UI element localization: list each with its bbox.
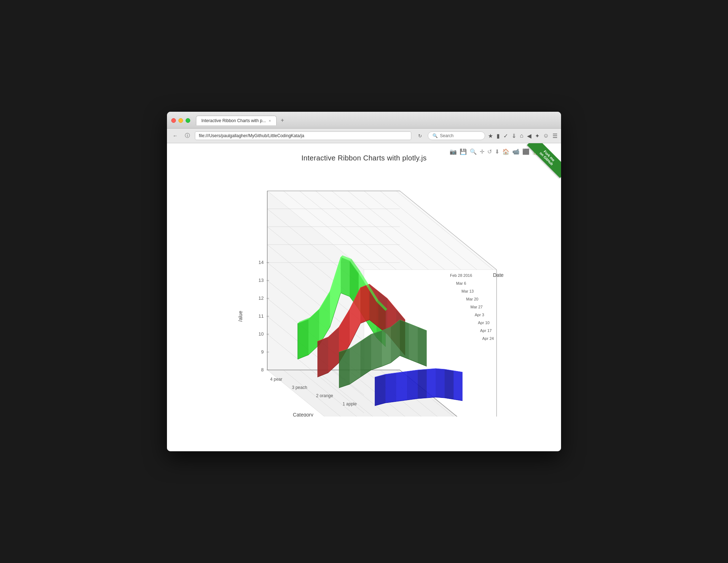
info-button[interactable]: ⓘ xyxy=(183,131,192,140)
svg-marker-78 xyxy=(418,369,427,399)
x-tick-peach: 3 peach xyxy=(292,385,307,390)
z-tick-apr10: Apr 10 xyxy=(478,321,489,325)
svg-marker-67 xyxy=(360,334,371,377)
search-label: Search xyxy=(440,133,454,138)
back-icon: ← xyxy=(173,133,178,139)
y-tick-14: 14 xyxy=(259,260,264,265)
search-icon: 🔍 xyxy=(432,133,438,138)
save-icon[interactable]: 💾 xyxy=(460,148,467,155)
y-tick-8: 8 xyxy=(261,367,264,372)
pan-icon[interactable]: ✛ xyxy=(480,148,484,155)
refresh-button[interactable]: ↻ xyxy=(416,131,425,140)
svg-marker-56 xyxy=(317,337,328,377)
refresh-icon: ↻ xyxy=(418,133,422,139)
svg-marker-74 xyxy=(375,374,385,406)
svg-marker-69 xyxy=(382,327,391,366)
svg-marker-79 xyxy=(427,369,436,398)
z-axis-label: Date xyxy=(493,272,504,278)
svg-marker-49 xyxy=(341,257,350,297)
svg-marker-72 xyxy=(409,323,418,363)
tab-close-icon[interactable]: × xyxy=(269,119,271,123)
search-box[interactable]: 🔍 Search xyxy=(428,131,485,140)
zoom-icon[interactable]: 🔍 xyxy=(470,148,477,155)
z-tick-feb28: Feb 28 2016 xyxy=(450,273,472,278)
svg-marker-66 xyxy=(350,341,360,384)
svg-marker-77 xyxy=(407,370,418,400)
z-tick-apr3: Apr 3 xyxy=(475,313,484,317)
turntable-icon[interactable]: ⬇ xyxy=(495,148,499,155)
url-text: file:///Users/paulgallagher/MyGithub/Lit… xyxy=(199,133,407,138)
y-tick-10: 10 xyxy=(259,331,264,337)
y-axis-label: /alue xyxy=(238,311,243,322)
reader-icon[interactable]: ▮ xyxy=(497,133,500,139)
address-bar: ← ⓘ file:///Users/paulgallagher/MyGithub… xyxy=(167,129,561,143)
svg-marker-80 xyxy=(436,369,445,398)
url-bar[interactable]: file:///Users/paulgallagher/MyGithub/Lit… xyxy=(195,131,411,140)
svg-marker-82 xyxy=(454,371,463,401)
x-tick-pear: 4 pear xyxy=(270,377,282,382)
chart-container[interactable]: 8 9 10 11 12 13 14 /alue xyxy=(221,166,507,417)
tab-bar: Interactive Ribbon Charts with p... × + xyxy=(196,115,288,125)
bookmark-icon[interactable]: ★ xyxy=(488,133,493,139)
video-icon[interactable]: 📹 xyxy=(512,148,519,155)
maximize-button[interactable] xyxy=(186,118,190,123)
home-icon[interactable]: ⌂ xyxy=(520,133,523,139)
svg-marker-60 xyxy=(360,284,369,323)
svg-marker-75 xyxy=(385,373,396,403)
z-tick-mar27: Mar 27 xyxy=(470,305,483,309)
svg-marker-81 xyxy=(445,369,454,399)
title-bar: Interactive Ribbon Charts with p... × + xyxy=(167,112,561,129)
ribbon-chart-svg: 8 9 10 11 12 13 14 /alue xyxy=(221,166,507,417)
svg-marker-70 xyxy=(391,320,400,363)
camera-icon[interactable]: 📷 xyxy=(450,148,457,155)
svg-marker-71 xyxy=(400,320,409,359)
y-tick-9: 9 xyxy=(261,349,264,355)
browser-window: Interactive Ribbon Charts with p... × + … xyxy=(167,112,561,451)
extension-icon[interactable]: ✦ xyxy=(535,133,540,139)
svg-marker-62 xyxy=(378,291,387,334)
svg-marker-65 xyxy=(339,348,350,388)
y-tick-11: 11 xyxy=(259,313,264,319)
x-axis-label: Category xyxy=(293,412,313,417)
download-icon[interactable]: ⇓ xyxy=(512,133,516,139)
pocket-icon[interactable]: ✓ xyxy=(503,133,508,139)
z-tick-mar6: Mar 6 xyxy=(456,281,466,285)
z-tick-apr24: Apr 24 xyxy=(482,336,494,341)
orbit-icon[interactable]: ↺ xyxy=(487,148,492,155)
y-tick-13: 13 xyxy=(259,278,264,283)
x-tick-orange: 2 orange xyxy=(316,393,333,398)
svg-marker-68 xyxy=(371,331,382,370)
z-tick-mar20: Mar 20 xyxy=(466,297,478,301)
y-tick-12: 12 xyxy=(259,295,264,301)
z-tick-apr17: Apr 17 xyxy=(480,328,492,333)
share-icon[interactable]: ◀ xyxy=(527,133,531,139)
menu-icon[interactable]: ☰ xyxy=(552,133,557,139)
info-icon: ⓘ xyxy=(185,133,190,139)
browser-toolbar-icons: ★ ▮ ✓ ⇓ ⌂ ◀ ✦ ☺ ☰ xyxy=(488,133,557,139)
content-area: 📷 💾 🔍 ✛ ↺ ⬇ 🏠 📹 ⬛ 📊 Fork me on GitHub In… xyxy=(167,143,561,451)
close-button[interactable] xyxy=(171,118,176,123)
github-ribbon[interactable]: Fork me on GitHub xyxy=(525,143,561,179)
traffic-lights xyxy=(171,118,190,123)
svg-marker-73 xyxy=(418,327,427,366)
svg-marker-45 xyxy=(298,319,308,359)
github-ribbon-label: Fork me on GitHub xyxy=(527,143,561,178)
tab-title: Interactive Ribbon Charts with p... xyxy=(201,118,266,123)
back-button[interactable]: ← xyxy=(171,131,180,140)
new-tab-button[interactable]: + xyxy=(277,115,288,125)
z-tick-mar13: Mar 13 xyxy=(461,289,474,293)
active-tab[interactable]: Interactive Ribbon Charts with p... × xyxy=(196,116,277,125)
minimize-button[interactable] xyxy=(178,118,183,123)
emoji-icon[interactable]: ☺ xyxy=(543,133,549,139)
svg-marker-76 xyxy=(396,371,407,401)
reset-icon[interactable]: 🏠 xyxy=(502,148,509,155)
x-tick-apple: 1 apple xyxy=(343,401,357,406)
